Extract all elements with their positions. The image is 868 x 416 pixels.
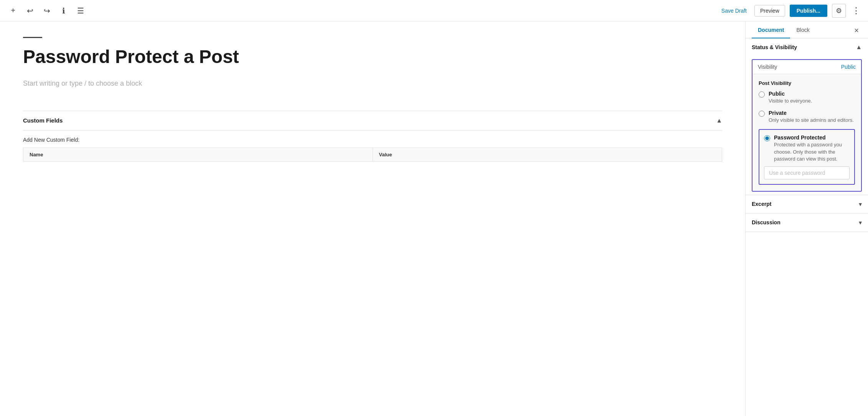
redo-button[interactable]: ↪ [40, 4, 54, 18]
post-visibility-title: Post Visibility [759, 80, 855, 86]
discussion-title: Discussion [752, 219, 781, 225]
title-divider [23, 37, 42, 38]
excerpt-section: Excerpt ▾ [746, 195, 868, 214]
preview-button[interactable]: Preview [754, 5, 785, 17]
visibility-row: Visibility Public [752, 60, 861, 74]
custom-fields-section: Custom Fields ▲ Add New Custom Field: Na… [23, 111, 722, 162]
custom-fields-collapse-button[interactable]: ▲ [716, 117, 722, 124]
undo-icon: ↩ [27, 6, 33, 15]
discussion-chevron-icon: ▾ [859, 219, 862, 226]
password-option-box: Password Protected Protected with a pass… [759, 129, 855, 185]
add-icon: + [11, 6, 15, 15]
gear-icon: ⚙ [836, 7, 842, 15]
radio-password-desc: Protected with a password you choose. On… [774, 141, 850, 162]
settings-button[interactable]: ⚙ [832, 4, 846, 18]
more-options-button[interactable]: ⋮ [850, 4, 862, 17]
post-placeholder[interactable]: Start writing or type / to choose a bloc… [23, 80, 722, 88]
add-new-custom-field-label: Add New Custom Field: [23, 137, 722, 143]
menu-button[interactable]: ☰ [74, 4, 87, 18]
radio-private-desc: Only visible to site admins and editors. [769, 117, 854, 124]
status-visibility-title: Status & Visibility [752, 44, 797, 50]
tab-block[interactable]: Block [790, 22, 815, 38]
sidebar-tabs: Document Block × [746, 22, 868, 38]
radio-public[interactable] [759, 91, 765, 98]
toolbar: + ↩ ↪ ℹ ☰ Save Draft Preview Publish... … [0, 0, 868, 22]
custom-fields-header[interactable]: Custom Fields ▲ [23, 117, 722, 131]
cf-col-name: Name [23, 148, 373, 161]
status-visibility-header[interactable]: Status & Visibility ▲ [746, 38, 868, 56]
visibility-value-link[interactable]: Public [841, 64, 856, 70]
radio-option-private: Private Only visible to site admins and … [759, 110, 855, 124]
excerpt-chevron-icon: ▾ [859, 201, 862, 208]
tab-document[interactable]: Document [752, 22, 790, 38]
info-button[interactable]: ℹ [57, 4, 71, 18]
post-title[interactable]: Password Protect a Post [23, 46, 722, 68]
redo-icon: ↪ [44, 6, 50, 15]
password-input[interactable] [764, 166, 850, 179]
excerpt-header[interactable]: Excerpt ▾ [746, 195, 868, 213]
toolbar-right: Save Draft Preview Publish... ⚙ ⋮ [718, 4, 862, 18]
radio-private[interactable] [759, 111, 765, 117]
close-sidebar-button[interactable]: × [851, 23, 862, 38]
custom-fields-body: Add New Custom Field: Name Value [23, 131, 722, 162]
custom-fields-table-header: Name Value [23, 148, 722, 162]
radio-public-desc: Visible to everyone. [769, 98, 812, 104]
cf-col-value: Value [373, 148, 722, 161]
radio-password-label: Password Protected [774, 134, 850, 141]
toolbar-left: + ↩ ↪ ℹ ☰ [6, 4, 87, 18]
undo-button[interactable]: ↩ [23, 4, 37, 18]
discussion-header[interactable]: Discussion ▾ [746, 214, 868, 232]
excerpt-title: Excerpt [752, 201, 771, 207]
add-block-button[interactable]: + [6, 4, 20, 18]
editor-area[interactable]: Password Protect a Post Start writing or… [0, 22, 745, 416]
radio-password[interactable] [764, 135, 770, 141]
radio-private-content: Private Only visible to site admins and … [769, 110, 854, 124]
visibility-label: Visibility [758, 64, 777, 70]
password-option-inner: Password Protected Protected with a pass… [764, 134, 850, 162]
status-visibility-section: Status & Visibility ▲ Visibility Public … [746, 38, 868, 195]
radio-password-content: Password Protected Protected with a pass… [774, 134, 850, 162]
radio-public-content: Public Visible to everyone. [769, 91, 812, 104]
sidebar: Document Block × Status & Visibility ▲ V… [745, 22, 868, 416]
menu-icon: ☰ [77, 6, 84, 15]
radio-public-label: Public [769, 91, 812, 97]
password-input-container [764, 166, 850, 179]
more-icon: ⋮ [852, 6, 860, 15]
discussion-section: Discussion ▾ [746, 214, 868, 232]
publish-button[interactable]: Publish... [790, 5, 827, 17]
main-layout: Password Protect a Post Start writing or… [0, 22, 868, 416]
save-draft-button[interactable]: Save Draft [718, 5, 750, 16]
post-visibility-dropdown: Post Visibility Public Visible to everyo… [752, 74, 861, 191]
visibility-box: Visibility Public Post Visibility Public… [752, 59, 862, 192]
info-icon: ℹ [62, 6, 65, 15]
radio-private-label: Private [769, 110, 854, 116]
custom-fields-title: Custom Fields [23, 117, 63, 124]
radio-option-public: Public Visible to everyone. [759, 91, 855, 104]
status-visibility-chevron[interactable]: ▲ [856, 44, 862, 51]
